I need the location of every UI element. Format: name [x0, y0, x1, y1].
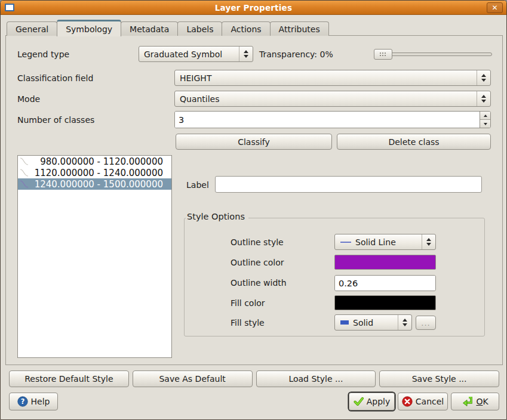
- legend-type-select[interactable]: Graduated Symbol: [139, 46, 253, 62]
- apply-check-icon: [354, 397, 364, 406]
- classify-button[interactable]: Classify: [176, 134, 332, 150]
- number-of-classes-spinner[interactable]: [174, 111, 491, 128]
- combo-updown-icon: [477, 70, 490, 85]
- classify-button-label: Classify: [238, 137, 270, 147]
- tab-metadata[interactable]: Metadata: [121, 21, 178, 36]
- class-range-label: 1120.000000 - 1240.000000: [30, 168, 171, 178]
- restore-default-style-button[interactable]: Restore Default Style: [9, 370, 129, 387]
- fill-style-label: Fill style: [231, 315, 265, 331]
- symbology-panel: Legend type Graduated Symbol Transparenc…: [5, 35, 503, 365]
- label-field-label: Label: [186, 177, 209, 193]
- outline-width-label: Outline width: [231, 275, 287, 291]
- fill-color-swatch[interactable]: [334, 295, 436, 310]
- legend-type-value: Graduated Symbol: [139, 50, 239, 59]
- apply-button[interactable]: Apply: [349, 393, 395, 410]
- fill-style-value: Solid: [353, 318, 373, 328]
- number-of-classes-input[interactable]: [175, 112, 480, 128]
- transparency-label: Transparency: 0%: [259, 47, 333, 62]
- class-list[interactable]: 980.000000 - 1120.000000 1120.000000 - 1…: [17, 155, 172, 358]
- help-button[interactable]: ? Help: [9, 393, 58, 410]
- load-style-button[interactable]: Load Style ...: [256, 370, 376, 387]
- class-list-item-selected[interactable]: 1240.000000 - 1500.000000: [18, 178, 171, 190]
- save-style-label: Save Style ...: [412, 374, 467, 384]
- class-list-item[interactable]: 1120.000000 - 1240.000000: [18, 167, 171, 178]
- ok-enter-icon: [462, 397, 473, 407]
- cancel-icon: [402, 396, 413, 407]
- load-style-label: Load Style ...: [288, 374, 343, 384]
- layer-properties-dialog: Layer Properties ✕ General Symbology Met…: [0, 0, 507, 420]
- legend-type-label: Legend type: [17, 47, 69, 62]
- combo-updown-icon: [239, 47, 253, 61]
- save-as-default-label: Save As Default: [159, 374, 225, 384]
- fill-color-label: Fill color: [231, 295, 265, 310]
- tab-bar: General Symbology Metadata Labels Action…: [7, 19, 328, 36]
- close-button[interactable]: ✕: [487, 2, 503, 13]
- mode-select[interactable]: Quantiles: [174, 91, 491, 107]
- outline-style-select[interactable]: Solid Line: [334, 234, 436, 250]
- outline-color-swatch[interactable]: [334, 255, 436, 270]
- tab-general[interactable]: General: [7, 21, 57, 36]
- fill-style-select[interactable]: Solid: [334, 314, 412, 331]
- tab-attributes[interactable]: Attributes: [270, 21, 329, 36]
- mode-label: Mode: [17, 91, 40, 107]
- classification-field-select[interactable]: HEIGHT: [174, 70, 491, 86]
- number-of-classes-label: Number of classes: [17, 111, 94, 128]
- cancel-button-label: Cancel: [416, 397, 444, 406]
- combo-updown-icon: [477, 91, 490, 106]
- save-style-button[interactable]: Save Style ...: [379, 370, 499, 387]
- spin-up-button[interactable]: [480, 112, 490, 120]
- tab-symbology[interactable]: Symbology: [57, 20, 121, 36]
- outline-color-label: Outline color: [231, 255, 284, 270]
- close-icon: ✕: [491, 4, 497, 12]
- title-bar[interactable]: Layer Properties ✕: [1, 1, 506, 15]
- slider-handle[interactable]: [374, 49, 392, 60]
- delete-class-button-label: Delete class: [388, 137, 439, 147]
- style-options-group: Style Options Outline style Solid Line O…: [184, 218, 485, 336]
- class-range-label: 980.000000 - 1120.000000: [30, 156, 171, 167]
- ok-button[interactable]: OK: [451, 393, 499, 410]
- line-symbol-icon: [18, 168, 30, 177]
- grip-dots-icon: [379, 52, 387, 57]
- mode-value: Quantiles: [175, 94, 477, 104]
- transparency-slider[interactable]: [374, 49, 492, 60]
- apply-button-label: Apply: [367, 397, 391, 406]
- spin-down-button[interactable]: [480, 120, 490, 128]
- solid-line-icon: [340, 240, 352, 245]
- combo-updown-icon: [398, 315, 411, 330]
- classification-field-label: Classification field: [17, 70, 93, 86]
- spinner-buttons: [480, 112, 490, 128]
- line-symbol-icon: [18, 157, 30, 166]
- save-as-default-button[interactable]: Save As Default: [133, 370, 253, 387]
- line-symbol-icon: [18, 180, 30, 189]
- ellipsis-icon: ...: [421, 319, 430, 328]
- outline-width-spinner[interactable]: [334, 275, 436, 291]
- outline-style-value: Solid Line: [355, 237, 396, 247]
- help-icon: ?: [17, 396, 28, 407]
- class-list-item[interactable]: 980.000000 - 1120.000000: [18, 156, 171, 167]
- style-options-title: Style Options: [186, 212, 248, 221]
- label-input[interactable]: [215, 176, 482, 193]
- help-button-label: Help: [31, 397, 50, 406]
- class-range-label: 1240.000000 - 1500.000000: [30, 179, 171, 190]
- tab-actions[interactable]: Actions: [222, 21, 270, 36]
- window-icon: [5, 4, 14, 11]
- fill-style-more-button[interactable]: ...: [416, 316, 436, 330]
- ok-button-label: OK: [476, 397, 488, 406]
- outline-style-label: Outline style: [231, 234, 284, 250]
- delete-class-button[interactable]: Delete class: [337, 134, 491, 150]
- classification-field-value: HEIGHT: [175, 73, 477, 83]
- tab-labels[interactable]: Labels: [177, 21, 222, 36]
- restore-default-style-label: Restore Default Style: [24, 374, 113, 384]
- solid-fill-icon: [340, 320, 349, 325]
- window-title: Layer Properties: [1, 3, 506, 13]
- style-buttons-row: Restore Default Style Save As Default Lo…: [9, 370, 499, 387]
- svg-text:?: ?: [20, 397, 24, 406]
- combo-updown-icon: [422, 234, 435, 249]
- outline-width-input[interactable]: [335, 276, 436, 291]
- cancel-button[interactable]: Cancel: [398, 393, 448, 410]
